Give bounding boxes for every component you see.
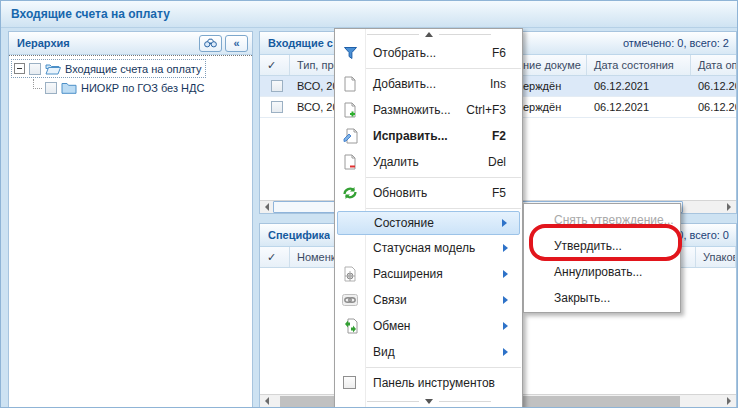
submenu-item-approve[interactable]: Утвердить...	[524, 233, 680, 259]
menu-item-delete[interactable]: Удалить Del	[335, 149, 522, 175]
scroll-down-icon	[425, 399, 433, 408]
menu-scroll-up[interactable]	[335, 29, 522, 40]
submenu-item-close[interactable]: Закрыть...	[524, 285, 680, 311]
menu-item-state[interactable]: Состояние	[337, 211, 520, 235]
menu-item-refresh[interactable]: Обновить F5	[335, 180, 522, 206]
submenu-item-annul[interactable]: Аннулировать...	[524, 259, 680, 285]
exchange-icon	[342, 318, 358, 334]
app-window: Входящие счета на оплату Иерархия «	[0, 0, 738, 408]
state-submenu: Снять утверждение... Утвердить... Аннули…	[523, 203, 681, 313]
menu-separator	[366, 208, 521, 209]
cell-state-date: 06.12.2021	[587, 76, 691, 96]
scroll-left-icon[interactable]	[260, 395, 273, 407]
submenu-arrow-icon	[503, 270, 512, 278]
extensions-icon	[342, 266, 358, 282]
hierarchy-collapse-button[interactable]: «	[225, 35, 248, 52]
window-title: Входящие счета на оплату	[1, 1, 738, 28]
column-header-state-date[interactable]: Дата состояния	[587, 55, 691, 75]
column-header-check[interactable]: ✓	[260, 247, 290, 267]
submenu-item-unapprove: Снять утверждение...	[524, 207, 680, 233]
menu-item-filter[interactable]: Отобрать... F6	[335, 40, 522, 66]
duplicate-document-icon	[342, 102, 358, 118]
hierarchy-panel-header: Иерархия «	[9, 32, 252, 55]
collapse-chevrons-icon: «	[233, 38, 239, 49]
add-document-icon	[342, 76, 358, 92]
collapse-node-icon[interactable]	[14, 63, 25, 74]
tree-root-label: Входящие счета на оплату	[65, 63, 201, 75]
cell-pay-date: 06.12.202	[691, 76, 736, 96]
menu-separator	[366, 68, 521, 69]
scroll-left-icon[interactable]	[260, 201, 273, 213]
scroll-right-icon[interactable]	[723, 201, 736, 213]
menu-item-add[interactable]: Добавить... Ins	[335, 71, 522, 97]
toolbar-checkbox[interactable]	[343, 376, 356, 389]
hierarchy-panel: Иерархия «	[8, 31, 253, 408]
tree-child-checkbox[interactable]	[45, 82, 57, 94]
binoculars-icon	[204, 38, 217, 48]
column-header-check[interactable]: ✓	[260, 55, 290, 75]
submenu-arrow-icon	[503, 348, 512, 356]
tree-item-root[interactable]: Входящие счета на оплату	[11, 59, 206, 78]
row-checkbox[interactable]	[271, 80, 283, 92]
menu-item-toolbar[interactable]: Панель инструментов	[335, 370, 522, 396]
menu-separator	[366, 177, 521, 178]
menu-item-links[interactable]: Связи	[335, 287, 522, 313]
tree-root-checkbox[interactable]	[29, 63, 41, 75]
hierarchy-panel-title: Иерархия	[17, 37, 70, 49]
menu-item-status-model[interactable]: Статусная модель	[335, 235, 522, 261]
menu-scroll-down[interactable]	[335, 396, 522, 407]
context-menu: Отобрать... F6 Добавить... Ins	[334, 28, 523, 408]
links-icon	[342, 292, 358, 308]
submenu-arrow-icon	[502, 219, 511, 227]
tree-child-label: НИОКР по ГОЗ без НДС	[81, 82, 204, 94]
edit-document-icon	[342, 128, 358, 144]
filter-icon	[342, 45, 358, 61]
cell-pay-date: 06.12.202	[691, 97, 736, 117]
hierarchy-tree: Входящие счета на оплату НИОКР по ГОЗ бе…	[9, 55, 252, 100]
delete-document-icon	[342, 154, 358, 170]
tree-item-child[interactable]: НИОКР по ГОЗ без НДС	[33, 78, 250, 97]
row-checkbox[interactable]	[271, 101, 283, 113]
specifications-panel-title: Специфика	[268, 229, 330, 241]
column-header-pay-date[interactable]: Дата опл	[691, 55, 736, 75]
submenu-arrow-icon	[503, 322, 512, 330]
scroll-right-icon[interactable]	[723, 395, 736, 407]
scroll-up-icon	[425, 28, 433, 37]
submenu-arrow-icon	[503, 296, 512, 304]
cell-state-date: 06.12.2021	[587, 97, 691, 117]
refresh-icon	[342, 185, 358, 201]
invoices-panel-title: Входящие с	[268, 37, 333, 49]
menu-item-duplicate[interactable]: Размножить... Ctrl+F3	[335, 97, 522, 123]
menu-item-exchange[interactable]: Обмен	[335, 313, 522, 339]
submenu-arrow-icon	[503, 244, 512, 252]
menu-separator	[366, 367, 521, 368]
hierarchy-search-button[interactable]	[199, 35, 222, 52]
invoices-counter: отмечено: 0, всего: 2	[623, 37, 732, 49]
column-header-packaging[interactable]: Упаковка	[695, 247, 736, 267]
closed-folder-icon	[61, 81, 77, 94]
menu-item-extensions[interactable]: Расширения	[335, 261, 522, 287]
open-folder-icon	[45, 62, 61, 75]
tree-connector	[33, 79, 42, 89]
menu-item-edit[interactable]: Исправить... F2	[335, 123, 522, 149]
menu-item-view[interactable]: Вид	[335, 339, 522, 365]
